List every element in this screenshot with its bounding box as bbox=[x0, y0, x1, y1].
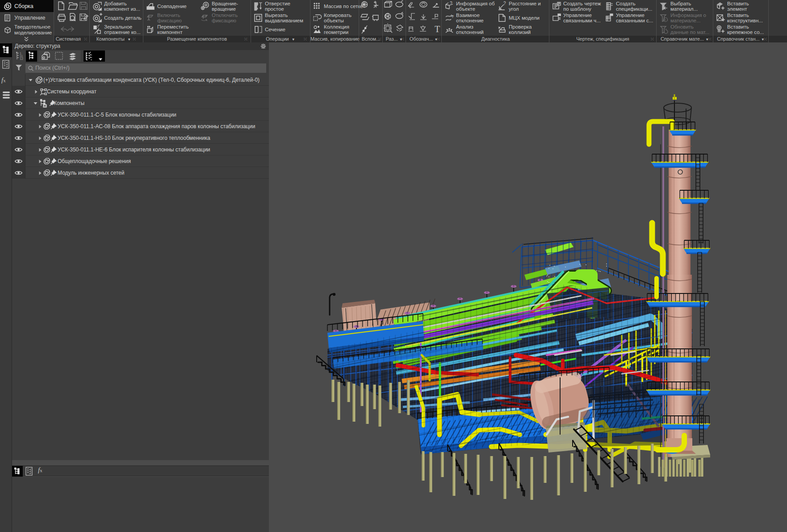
svg-text:12: 12 bbox=[20, 57, 23, 60]
svg-text:?: ? bbox=[452, 14, 454, 19]
svg-text:?: ? bbox=[503, 1, 506, 6]
svg-text:i: i bbox=[665, 18, 666, 22]
svg-text:?: ? bbox=[450, 1, 452, 6]
svg-text:T: T bbox=[435, 24, 440, 34]
